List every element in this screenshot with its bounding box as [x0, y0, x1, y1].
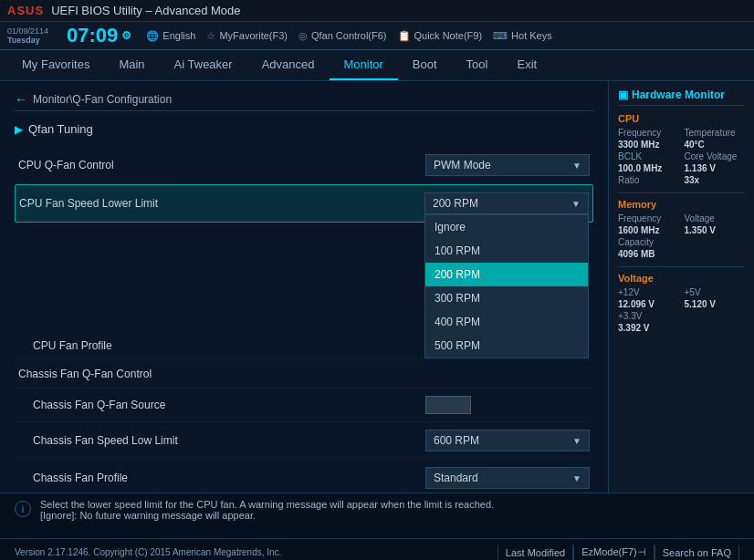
chassis-fan-qfan-control-label: Chassis Fan Q-Fan Control	[18, 368, 425, 380]
memory-voltage-value: 1.350 V	[685, 225, 746, 235]
option-200rpm[interactable]: 200 RPM	[425, 263, 588, 286]
cpu-fan-speed-lower-limit-dropdown[interactable]: 200 RPM ▼	[424, 192, 589, 214]
tab-boot[interactable]: Boot	[398, 50, 452, 80]
cpu-bclk-label: BCLK	[618, 151, 679, 161]
qfan-section-header[interactable]: ▶ Qfan Tuning	[15, 122, 593, 136]
chassis-fan-profile-selected: Standard	[434, 472, 478, 484]
bios-title: UEFI BIOS Utility – Advanced Mode	[51, 4, 240, 17]
date-display: 01/09/2114	[7, 26, 48, 36]
qfan-label: Qfan Control(F6)	[311, 30, 387, 41]
option-500rpm[interactable]: 500 RPM	[425, 334, 588, 358]
tab-advanced[interactable]: Advanced	[247, 50, 330, 80]
section-title: Qfan Tuning	[28, 122, 93, 136]
ez-mode-btn[interactable]: EzMode(F7)⊣	[573, 544, 655, 560]
option-400rpm[interactable]: 400 RPM	[425, 310, 588, 334]
title-row: ASUS UEFI BIOS Utility – Advanced Mode	[0, 0, 754, 22]
chassis-fan-speed-low-limit-selected: 600 RPM	[434, 434, 479, 447]
qfan-item[interactable]: ◎ Qfan Control(F6)	[298, 30, 387, 42]
cpu-qfan-control-value: PWM Mode ▼	[425, 154, 590, 176]
dropdown-chevron3-icon: ▼	[572, 436, 581, 446]
memory-section: Memory Frequency Voltage 1600 MHz 1.350 …	[618, 199, 745, 259]
chassis-fan-profile-value: Standard ▼	[425, 467, 590, 489]
hw-divider-2	[618, 266, 745, 267]
clock: 07:09 ⚙	[67, 26, 131, 46]
keyboard-icon: ⌨	[493, 30, 508, 42]
v5-label: +5V	[685, 287, 746, 297]
asus-logo: ASUS	[7, 4, 44, 17]
cpu-qfan-control-dropdown[interactable]: PWM Mode ▼	[425, 154, 590, 176]
cpu-temperature-value: 40°C	[685, 140, 746, 150]
chassis-fan-speed-low-limit-label: Chassis Fan Speed Low Limit	[33, 434, 425, 447]
hw-divider-1	[618, 192, 745, 193]
dropdown-chevron2-icon: ▼	[571, 199, 581, 209]
voltage-section-title: Voltage	[618, 273, 745, 284]
section-expand-icon: ▶	[15, 123, 23, 136]
tab-tool[interactable]: Tool	[452, 50, 503, 80]
hot-keys-label: Hot Keys	[511, 30, 552, 41]
tab-monitor[interactable]: Monitor	[330, 50, 398, 80]
cpu-core-voltage-label: Core Voltage	[685, 151, 746, 161]
settings-table: CPU Q-Fan Control PWM Mode ▼ CPU Fan Spe…	[15, 147, 593, 493]
hardware-monitor-label: Hardware Monitor	[632, 88, 725, 101]
info-row: 01/09/2114 Tuesday 07:09 ⚙ 🌐 English ☆ M…	[0, 22, 754, 49]
cpu-frequency-label: Frequency	[618, 128, 679, 138]
globe-icon: 🌐	[146, 30, 159, 42]
info-icon: i	[15, 501, 31, 517]
tab-my-favorites[interactable]: My Favorites	[7, 50, 104, 80]
my-favorite-item[interactable]: ☆ MyFavorite(F3)	[206, 30, 288, 42]
search-faq-btn[interactable]: Search on FAQ	[655, 545, 739, 560]
dropdown-chevron4-icon: ▼	[572, 473, 581, 483]
memory-capacity-value: 4096 MB	[618, 249, 679, 259]
memory-metrics-grid: Frequency Voltage 1600 MHz 1.350 V Capac…	[618, 213, 745, 259]
hot-keys-item[interactable]: ⌨ Hot Keys	[493, 30, 552, 42]
monitor-icon: ▣	[618, 88, 628, 101]
info-text-line2: [Ignore]: No future warning message will…	[40, 510, 494, 521]
back-arrow-icon[interactable]: ←	[15, 92, 27, 107]
time-value: 07:09	[67, 26, 118, 46]
breadcrumb-text: Monitor\Q-Fan Configuration	[33, 93, 172, 106]
copyright-text: Version 2.17.1246. Copyright (C) 2015 Am…	[15, 547, 281, 557]
fan-icon: ◎	[298, 30, 308, 42]
setting-cpu-fan-speed-lower-limit: CPU Fan Speed Lower Limit 200 RPM ▼ Igno…	[15, 184, 593, 223]
setting-cpu-qfan-control: CPU Q-Fan Control PWM Mode ▼	[15, 147, 593, 184]
setting-chassis-fan-profile: Chassis Fan Profile Standard ▼	[15, 460, 593, 493]
option-ignore[interactable]: Ignore	[425, 215, 588, 239]
tab-exit[interactable]: Exit	[502, 50, 551, 80]
option-100rpm[interactable]: 100 RPM	[425, 239, 588, 263]
hardware-monitor-panel: ▣ Hardware Monitor CPU Frequency Tempera…	[608, 81, 754, 493]
v12-value: 12.096 V	[618, 299, 679, 309]
cpu-section: CPU Frequency Temperature 3300 MHz 40°C …	[618, 113, 745, 185]
chassis-fan-profile-dropdown[interactable]: Standard ▼	[425, 467, 590, 489]
voltage-metrics-grid: +12V +5V 12.096 V 5.120 V +3.3V 3.392 V	[618, 287, 745, 333]
memory-voltage-label: Voltage	[685, 213, 746, 223]
nav-tabs: My Favorites Main Ai Tweaker Advanced Mo…	[0, 50, 754, 81]
info-text: Select the lower speed limit for the CPU…	[40, 499, 494, 521]
cpu-section-title: CPU	[618, 113, 745, 124]
cpu-fan-speed-lower-limit-label: CPU Fan Speed Lower Limit	[19, 197, 424, 210]
v33-label: +3.3V	[618, 311, 679, 321]
language-label: English	[162, 30, 195, 41]
language-item[interactable]: 🌐 English	[146, 30, 195, 42]
star-icon: ☆	[206, 30, 215, 42]
note-icon: 📋	[398, 30, 411, 42]
setting-chassis-fan-speed-low-limit: Chassis Fan Speed Low Limit 600 RPM ▼	[15, 422, 593, 460]
cpu-bclk-value: 100.0 MHz	[618, 163, 679, 173]
last-modified-btn[interactable]: Last Modified	[497, 545, 573, 560]
quick-note-item[interactable]: 📋 Quick Note(F9)	[398, 30, 483, 42]
cpu-fan-speed-lower-limit-selected: 200 RPM	[433, 197, 478, 210]
cpu-temperature-label: Temperature	[685, 128, 746, 138]
tab-main[interactable]: Main	[104, 50, 159, 80]
tab-ai-tweaker[interactable]: Ai Tweaker	[160, 50, 247, 80]
v33-value: 3.392 V	[618, 323, 679, 333]
option-300rpm[interactable]: 300 RPM	[425, 286, 588, 310]
v5-value: 5.120 V	[685, 299, 746, 309]
main-content: ← Monitor\Q-Fan Configuration ▶ Qfan Tun…	[0, 81, 754, 493]
chassis-fan-speed-low-limit-dropdown[interactable]: 600 RPM ▼	[425, 430, 590, 451]
day-label: Tuesday	[7, 36, 40, 46]
time-display: Tuesday	[7, 36, 48, 46]
footer-actions: Last Modified EzMode(F7)⊣ Search on FAQ	[497, 544, 739, 560]
gear-icon[interactable]: ⚙	[121, 30, 131, 41]
my-favorite-label: MyFavorite(F3)	[219, 30, 288, 41]
datetime: 01/09/2114 Tuesday	[7, 26, 48, 46]
cpu-ratio-value: 33x	[685, 175, 746, 185]
